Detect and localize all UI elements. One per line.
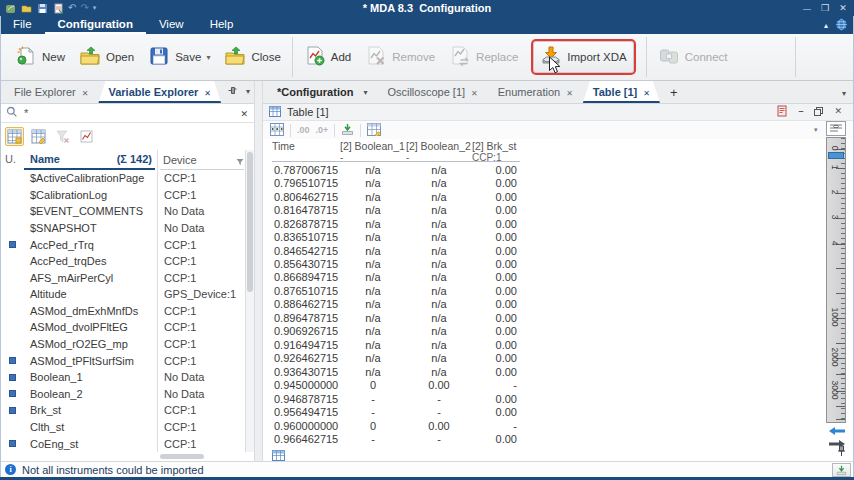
clear-search-icon[interactable] <box>240 107 248 119</box>
tab-variable-explorer[interactable]: Variable Explorer <box>98 81 221 103</box>
menu-configuration[interactable]: Configuration <box>45 16 146 34</box>
close-button[interactable] <box>834 0 852 16</box>
tab-oscilloscope-1[interactable]: Oscilloscope [1] <box>377 81 487 103</box>
customize-toolbar-icon[interactable]: ▾ <box>93 2 97 14</box>
table-row[interactable]: 0.906926715n/an/a0.00 <box>272 325 520 338</box>
pin-ruler-icon[interactable] <box>837 445 846 459</box>
status-export-button[interactable] <box>832 463 851 477</box>
table-row[interactable]: 0.876510715n/an/a0.00 <box>272 284 520 297</box>
column-header-device[interactable]: Device <box>163 154 197 166</box>
column-header-u[interactable]: U. <box>5 153 16 165</box>
variable-row[interactable]: $ActiveCalibrationPageCCP:1 <box>0 170 246 187</box>
open-button[interactable]: Open <box>72 38 141 76</box>
menu-help[interactable]: Help <box>197 16 247 34</box>
save-icon[interactable] <box>36 2 48 14</box>
variable-list-scrollbar[interactable] <box>246 150 254 452</box>
table-row[interactable]: 0.94500000000.00- <box>272 379 520 392</box>
variable-row[interactable]: CoEng_stCCP:1 <box>0 435 246 452</box>
table-row[interactable]: 0.886462715n/an/a0.00 <box>272 298 520 311</box>
table-column-boolean1[interactable]: [2] Boolean_1 - <box>340 140 406 163</box>
variable-row[interactable]: ASMod_tPFltSurfSimCCP:1 <box>0 352 246 369</box>
variable-row[interactable]: AccPed_rTrqCCP:1 <box>0 236 246 253</box>
close-icon[interactable] <box>643 86 650 98</box>
table-row[interactable]: 0.826878715n/an/a0.00 <box>272 217 520 230</box>
close-icon[interactable] <box>82 86 89 98</box>
menu-file[interactable]: File <box>0 16 45 34</box>
maximize-button[interactable] <box>816 0 834 16</box>
tab-file-explorer[interactable]: File Explorer <box>4 81 98 103</box>
chevron-down-icon[interactable]: ▾ <box>206 53 210 62</box>
table-column-brkst[interactable]: [2] Brk_st CCP:1 <box>472 140 520 163</box>
clear-filter-icon[interactable] <box>53 127 72 146</box>
device-column-scrollbar[interactable] <box>160 454 204 459</box>
table-column-boolean2[interactable]: [2] Boolean_2 - <box>406 140 472 163</box>
add-button[interactable]: Add <box>297 38 358 76</box>
time-scale-ruler[interactable]: 01234100020003000 <box>826 137 846 423</box>
tab-list-icon[interactable]: ▾ <box>842 89 846 98</box>
edit-table-icon[interactable] <box>29 127 48 146</box>
show-chart-icon[interactable] <box>77 127 96 146</box>
table-row[interactable]: 0.96000000000.00- <box>272 419 520 432</box>
table-row[interactable]: 0.916494715n/an/a0.00 <box>272 338 520 351</box>
decimal-decrease-icon[interactable]: .00 <box>297 125 310 135</box>
instrument-restore-icon[interactable] <box>814 107 823 116</box>
variable-row[interactable]: ASMod_rO2EG_mpCCP:1 <box>0 336 246 353</box>
variable-row[interactable]: Brk_stCCP:1 <box>0 402 246 419</box>
minimize-button[interactable] <box>798 0 816 16</box>
table-row[interactable]: 0.796510715n/an/a0.00 <box>272 176 520 189</box>
table-row[interactable]: 0.966462715--0.00 <box>272 432 520 445</box>
variable-row[interactable]: ASMod_dvolPFltEGCCP:1 <box>0 319 246 336</box>
close-icon[interactable] <box>471 86 478 98</box>
table-row[interactable]: 0.946878715--0.00 <box>272 392 520 405</box>
search-input[interactable]: * <box>24 107 234 119</box>
scrollbar-thumb[interactable] <box>247 152 253 292</box>
instrument-minimize-icon[interactable] <box>798 106 803 116</box>
new-tab-button[interactable]: + <box>660 81 688 103</box>
variable-row[interactable]: Boolean_2No Data <box>0 386 246 403</box>
table-row[interactable]: 0.866894715n/an/a0.00 <box>272 271 520 284</box>
table-row[interactable]: 0.856430715n/an/a0.00 <box>272 257 520 270</box>
variable-row[interactable]: ASMod_dmExhMnfDsCCP:1 <box>0 303 246 320</box>
table-row[interactable]: 0.836510715n/an/a0.00 <box>272 230 520 243</box>
table-row[interactable]: 0.846542715n/an/a0.00 <box>272 244 520 257</box>
variable-row[interactable]: $SNAPSHOTNo Data <box>0 220 246 237</box>
table-column-time[interactable]: Time <box>272 140 340 163</box>
variable-row[interactable]: AccPed_trqDesCCP:1 <box>0 253 246 270</box>
collapse-ribbon-icon[interactable]: ▴ <box>824 21 828 30</box>
variable-row[interactable]: Clth_stCCP:1 <box>0 419 246 436</box>
panel-splitter[interactable] <box>254 81 263 461</box>
close-button[interactable]: Close <box>217 38 287 76</box>
table-row[interactable]: 0.896478715n/an/a0.00 <box>272 311 520 324</box>
export-icon[interactable] <box>52 2 64 14</box>
filter-icon[interactable] <box>236 156 244 168</box>
tab-table-1[interactable]: Table [1] <box>583 81 660 103</box>
undo-icon[interactable]: ↶ <box>68 2 76 14</box>
instrument-window-titlebar[interactable]: Table [1] <box>263 104 854 121</box>
variable-row[interactable]: $CalibrationLogCCP:1 <box>0 187 246 204</box>
pin-panel-icon[interactable] <box>227 85 238 98</box>
table-row[interactable]: 0.816478715n/an/a0.00 <box>272 203 520 216</box>
new-button[interactable]: New <box>8 38 72 76</box>
table-layout-icon[interactable] <box>270 123 284 138</box>
table-row[interactable]: 0.806462715n/an/a0.00 <box>272 190 520 203</box>
menu-view[interactable]: View <box>146 16 197 34</box>
table-row[interactable]: 0.956494715--0.00 <box>272 405 520 418</box>
variable-row[interactable]: AltitudeGPS_Device:1 <box>0 286 246 303</box>
close-icon[interactable] <box>566 86 573 98</box>
chevron-down-icon[interactable]: ▾ <box>363 88 367 97</box>
show-all-variables-icon[interactable] <box>5 127 24 146</box>
tab-configuration[interactable]: *Configuration ▾ <box>267 81 377 103</box>
variable-row[interactable]: AFS_mAirPerCylCCP:1 <box>0 269 246 286</box>
close-icon[interactable] <box>204 86 211 98</box>
step-back-icon[interactable] <box>829 425 845 437</box>
table-row[interactable]: 0.787006715n/an/a0.00 <box>272 163 520 176</box>
help-globe-icon[interactable] <box>835 18 848 33</box>
redo-icon[interactable]: ↷ <box>80 2 88 14</box>
table-properties-icon[interactable] <box>367 123 381 138</box>
ruler-options-icon[interactable]: ▾ <box>814 126 818 134</box>
search-bar[interactable]: * <box>0 104 254 123</box>
variable-row[interactable]: Boolean_1No Data <box>0 369 246 386</box>
tab-enumeration[interactable]: Enumeration <box>488 81 583 103</box>
decimal-increase-icon[interactable]: .0+ <box>316 125 329 135</box>
table-row[interactable]: 0.936430715n/an/a0.00 <box>272 365 520 378</box>
